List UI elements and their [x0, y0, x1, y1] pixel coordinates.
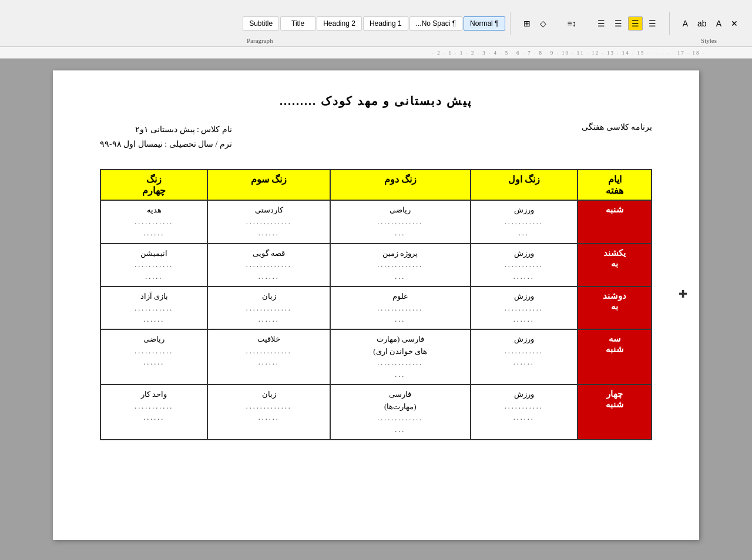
cell-dots2: ......	[476, 271, 572, 282]
align-justify-btn[interactable]: ☰	[594, 16, 609, 31]
styles-label: Styles	[701, 37, 717, 44]
cell-row4-col2: زبان...................	[207, 384, 330, 440]
cell-row1-col2: قصه گویی...................	[207, 244, 330, 286]
table-row: دوشندبهورزش.................علوم........…	[100, 286, 652, 329]
cell-dots2: ......	[106, 228, 202, 239]
align-left-btn[interactable]: ☰	[645, 16, 660, 31]
cell-dots2: ...	[335, 369, 465, 380]
cell-row4-col1: فارسی(مهارت‌ها)................	[330, 384, 471, 440]
term-info: ترم / سال تحصیلی : نیمسال اول ۹۸-۹۹	[100, 137, 232, 151]
ruler-marks: · 18 · 17 · · · · · · 15 · 14 · 13 · 12 …	[0, 47, 752, 58]
cell-dots1: .............	[213, 401, 325, 412]
cell-content: هدیه	[106, 204, 202, 217]
document-title: پیش دبستانی و مهد کودک .........	[100, 94, 652, 108]
cell-dots1: .............	[335, 217, 465, 228]
cell-content: ورزش	[476, 291, 572, 303]
borders-btn[interactable]: ⊞	[520, 16, 534, 31]
cell-content: فارسی(مهارت‌ها)	[335, 389, 465, 413]
cell-dots2: ......	[106, 412, 202, 423]
font-tools: ✕ A ab A	[674, 16, 746, 31]
style-title-btn[interactable]: Title	[280, 16, 315, 31]
cell-row4-col3: واحد کار.................	[100, 384, 207, 440]
style-normal-btn[interactable]: ¶ Normal	[464, 16, 505, 31]
style-heading1-btn[interactable]: Heading 1	[363, 16, 408, 31]
day-cell-4: چهارشنبه	[578, 384, 652, 440]
ruler: · 18 · 17 · · · · · · 15 · 14 · 13 · 12 …	[0, 47, 752, 59]
cell-dots1: .............	[335, 357, 465, 369]
schedule-table: ایامهفته زنگ اول زنگ دوم زنگ سوم زنگچهار…	[100, 169, 652, 440]
font-color-btn[interactable]: A	[713, 16, 725, 31]
style-heading2-btn[interactable]: Heading 2	[317, 16, 362, 31]
font-color2-btn[interactable]: A	[679, 16, 691, 31]
cell-row2-col0: ورزش.................	[471, 286, 578, 329]
misc-tools: ◇ ⊞	[515, 16, 555, 31]
header-bell3: زنگ سوم	[207, 170, 330, 200]
cell-content: زبان	[213, 291, 325, 303]
align-right-btn[interactable]: ☰	[611, 16, 626, 31]
table-row: شنبهورزش..............ریاضی.............…	[100, 200, 652, 243]
cell-dots1: ...........	[476, 346, 572, 357]
header-bell2: زنگ دوم	[330, 170, 471, 200]
cell-dots2: ......	[476, 314, 572, 325]
style-subtitle-btn[interactable]: Subtitle	[243, 16, 279, 31]
cell-dots2: ......	[213, 228, 325, 239]
cell-dots1: ...........	[476, 303, 572, 314]
cell-content: زبان	[213, 389, 325, 401]
cell-dots2: ......	[213, 412, 325, 423]
class-name: نام کلاس : پیش دبستانی ۱و۲	[100, 122, 232, 137]
cell-row1-col1: پروژه زمین................	[330, 244, 471, 286]
header-bell4: زنگچهارم	[100, 170, 207, 200]
line-spacing-btn[interactable]: ↕≡	[564, 16, 580, 31]
cell-dots2: .....	[106, 271, 202, 282]
style-no-spacing-btn[interactable]: ¶ No Spaci...	[409, 16, 463, 31]
add-table-icon[interactable]: ✚	[679, 288, 687, 301]
cell-row3-col2: خلاقیت...................	[207, 329, 330, 384]
styles-section: ¶ Normal ¶ No Spaci... Heading 1 Heading…	[243, 16, 505, 31]
cell-dots2: ......	[106, 314, 202, 325]
cell-dots1: ...........	[106, 346, 202, 357]
cell-dots1: ...........	[476, 217, 572, 228]
cell-content: پروژه زمین	[335, 248, 465, 260]
cell-dots1: .............	[213, 217, 325, 228]
align-center-btn[interactable]: ☰	[628, 16, 643, 31]
table-header-row: ایامهفته زنگ اول زنگ دوم زنگ سوم زنگچهار…	[100, 170, 652, 200]
cell-dots2: ...	[476, 228, 572, 239]
page: پیش دبستانی و مهد کودک ......... برنامه …	[53, 70, 699, 540]
cell-dots2: ......	[476, 357, 572, 368]
cell-dots2: ......	[213, 357, 325, 368]
cell-content: واحد کار	[106, 389, 202, 401]
cell-row4-col0: ورزش.................	[471, 384, 578, 440]
cell-dots2: ......	[213, 271, 325, 282]
day-cell-0: شنبه	[578, 200, 652, 243]
header-days: ایامهفته	[578, 170, 652, 200]
cell-content: انیمیشن	[106, 248, 202, 260]
cell-content: ورزش	[476, 333, 572, 346]
cell-dots1: .............	[335, 259, 465, 271]
document-info: برنامه کلاسی هفتگی نام کلاس : پیش دبستان…	[100, 122, 652, 151]
divider2	[510, 12, 511, 35]
cell-content: ورزش	[476, 248, 572, 260]
cell-dots1: ...........	[106, 259, 202, 271]
table-row: سهشنبهورزش.................فارسی (مهارته…	[100, 329, 652, 384]
cell-content: ریاضی	[335, 204, 465, 217]
header-bell1: زنگ اول	[471, 170, 578, 200]
cell-dots1: ...........	[106, 217, 202, 228]
cell-row0-col2: کاردستی...................	[207, 200, 330, 243]
cell-content: علوم	[335, 291, 465, 303]
toolbar: ✕ A ab A ☰ ☰ ☰ ☰ ↕≡ ◇ ⊞ ¶ Normal ¶ No Sp…	[0, 0, 752, 47]
cell-row2-col3: بازی آزاد.................	[100, 286, 207, 329]
day-cell-2: دوشندبه	[578, 286, 652, 329]
cell-dots1: .............	[213, 259, 325, 271]
cell-dots2: ...	[335, 314, 465, 325]
cell-row1-col0: ورزش.................	[471, 244, 578, 286]
cell-dots2: ......	[106, 357, 202, 368]
shading-btn[interactable]: ◇	[536, 16, 550, 31]
cell-dots1: .............	[335, 413, 465, 424]
cell-content: بازی آزاد	[106, 291, 202, 303]
day-cell-1: یکشندبه	[578, 244, 652, 286]
close-btn[interactable]: ✕	[727, 16, 741, 31]
cell-dots2: ......	[476, 412, 572, 423]
cell-content: کاردستی	[213, 204, 325, 217]
day-cell-3: سهشنبه	[578, 329, 652, 384]
highlight-btn[interactable]: ab	[694, 16, 710, 31]
